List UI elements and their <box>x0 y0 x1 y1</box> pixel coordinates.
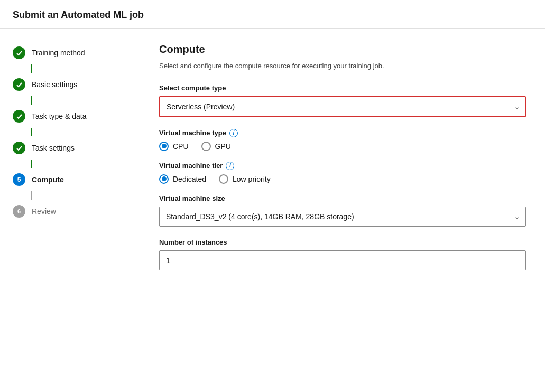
step-icon-training-method <box>13 46 25 59</box>
compute-type-select-wrapper: Serverless (Preview) Compute cluster Com… <box>159 96 526 117</box>
connector-2 <box>31 96 140 105</box>
vm-type-cpu-option[interactable]: CPU <box>159 142 189 151</box>
step-label-training-method: Training method <box>32 49 85 57</box>
vm-size-select[interactable]: Standard_DS3_v2 (4 core(s), 14GB RAM, 28… <box>159 207 526 227</box>
compute-type-section: Select compute type Serverless (Preview)… <box>159 84 526 117</box>
num-instances-section: Number of instances <box>159 238 526 270</box>
num-instances-input[interactable] <box>159 250 526 270</box>
connector-1 <box>31 64 140 73</box>
vm-tier-label: Virtual machine tier i <box>159 162 526 170</box>
connector-4 <box>31 160 140 168</box>
vm-type-info-icon[interactable]: i <box>229 129 238 137</box>
sidebar-item-review[interactable]: 6 Review <box>13 200 140 223</box>
vm-type-gpu-option[interactable]: GPU <box>201 142 231 151</box>
connector-5 <box>31 191 140 200</box>
step-label-task-type-data: Task type & data <box>32 112 87 120</box>
vm-type-label: Virtual machine type i <box>159 129 526 137</box>
vm-tier-dedicated-option[interactable]: Dedicated <box>159 174 206 184</box>
vm-tier-lowpriority-radio[interactable] <box>219 174 228 184</box>
sidebar-item-task-type-data[interactable]: Task type & data <box>13 105 140 128</box>
section-description: Select and configure the compute resourc… <box>159 61 526 71</box>
step-label-basic-settings: Basic settings <box>32 80 77 89</box>
vm-tier-dedicated-radio[interactable] <box>159 174 169 184</box>
section-title: Compute <box>159 43 526 55</box>
step-icon-compute: 5 <box>13 173 25 186</box>
step-icon-task-type-data <box>13 110 25 123</box>
vm-tier-lowpriority-option[interactable]: Low priority <box>219 174 271 184</box>
vm-tier-info-icon[interactable]: i <box>226 162 234 170</box>
vm-type-cpu-label: CPU <box>173 142 189 151</box>
step-label-task-settings: Task settings <box>32 144 75 152</box>
vm-type-gpu-radio[interactable] <box>201 142 211 151</box>
vm-tier-dedicated-label: Dedicated <box>173 175 206 183</box>
content-area: Compute Select and configure the compute… <box>140 29 545 391</box>
sidebar-item-task-settings[interactable]: Task settings <box>13 136 140 160</box>
page-title: Submit an Automated ML job <box>13 10 144 20</box>
vm-type-radio-group: CPU GPU <box>159 142 526 151</box>
page-header: Submit an Automated ML job <box>0 0 545 29</box>
num-instances-label: Number of instances <box>159 238 526 246</box>
connector-3 <box>31 128 140 136</box>
vm-tier-radio-group: Dedicated Low priority <box>159 174 526 184</box>
vm-size-section: Virtual machine size Standard_DS3_v2 (4 … <box>159 194 526 227</box>
sidebar-item-training-method[interactable]: Training method <box>13 41 140 64</box>
sidebar-item-compute[interactable]: 5 Compute <box>13 168 140 191</box>
compute-type-select[interactable]: Serverless (Preview) Compute cluster Com… <box>159 96 526 117</box>
step-icon-task-settings <box>13 142 25 154</box>
vm-tier-section: Virtual machine tier i Dedicated Low pri… <box>159 162 526 184</box>
vm-size-label: Virtual machine size <box>159 194 526 202</box>
vm-size-select-wrapper: Standard_DS3_v2 (4 core(s), 14GB RAM, 28… <box>159 207 526 227</box>
vm-type-gpu-label: GPU <box>215 142 231 151</box>
step-label-review: Review <box>32 207 56 216</box>
step-icon-review: 6 <box>13 205 25 218</box>
step-icon-basic-settings <box>13 78 25 91</box>
compute-type-label: Select compute type <box>159 84 526 92</box>
vm-tier-lowpriority-label: Low priority <box>233 175 271 183</box>
step-label-compute: Compute <box>32 175 64 184</box>
vm-type-section: Virtual machine type i CPU GPU <box>159 129 526 151</box>
main-layout: Training method Basic settings Task type… <box>0 29 545 391</box>
vm-type-cpu-radio[interactable] <box>159 142 169 151</box>
sidebar-item-basic-settings[interactable]: Basic settings <box>13 73 140 96</box>
sidebar: Training method Basic settings Task type… <box>0 29 140 391</box>
